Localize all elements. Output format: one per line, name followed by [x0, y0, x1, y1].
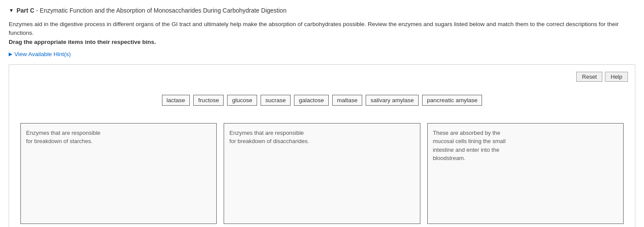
- instructions-line2: Drag the appropriate items into their re…: [9, 39, 156, 45]
- activity-container: Reset Help lactase fructose glucose sucr…: [9, 64, 635, 227]
- hint-label: View Available Hint(s): [14, 51, 71, 57]
- help-button[interactable]: Help: [605, 72, 628, 82]
- part-header: ▼ Part C - Enzymatic Function and the Ab…: [9, 7, 635, 14]
- bin-disaccharides[interactable]: Enzymes that are responsible for breakdo…: [224, 123, 420, 224]
- drag-items-area: lactase fructose glucose sucrase galacto…: [16, 95, 628, 106]
- hint-link[interactable]: ▶ View Available Hint(s): [9, 51, 635, 57]
- bin-absorbed-label-line1: These are absorbed by the: [433, 130, 500, 136]
- hint-arrow-icon: ▶: [9, 51, 12, 57]
- bin-absorbed-label-line4: bloodstream.: [433, 155, 466, 161]
- page-container: ▼ Part C - Enzymatic Function and the Ab…: [0, 0, 644, 227]
- drag-item-fructose[interactable]: fructose: [193, 95, 224, 106]
- part-title-container: Part C - Enzymatic Function and the Abso…: [17, 7, 287, 14]
- collapse-arrow-icon[interactable]: ▼: [9, 7, 14, 13]
- reset-button[interactable]: Reset: [576, 72, 602, 82]
- drag-item-glucose[interactable]: glucose: [227, 95, 257, 106]
- part-label: Part C: [17, 7, 34, 14]
- bins-container: Enzymes that are responsible for breakdo…: [16, 123, 628, 224]
- bin-absorbed-label-line2: mucosal cells lining the small: [433, 138, 506, 144]
- drag-item-lactase[interactable]: lactase: [162, 95, 190, 106]
- bin-disaccharides-label: Enzymes that are responsible for breakdo…: [229, 129, 414, 146]
- bin-disaccharides-label-line1: Enzymes that are responsible: [229, 130, 304, 136]
- bin-absorbed-drop-area[interactable]: [433, 166, 618, 218]
- drag-item-pancreatic-amylase[interactable]: pancreatic amylase: [422, 95, 482, 106]
- instructions-line1: Enzymes aid in the digestive process in …: [9, 21, 618, 36]
- drag-item-maltase[interactable]: maltase: [332, 95, 362, 106]
- drag-item-salivary-amylase[interactable]: salivary amylase: [366, 95, 419, 106]
- bin-absorbed-label-line3: intestine and enter into the: [433, 147, 499, 153]
- bin-disaccharides-drop-area[interactable]: [229, 149, 414, 201]
- bin-starches-label: Enzymes that are responsible for breakdo…: [26, 129, 211, 146]
- bin-absorbed[interactable]: These are absorbed by the mucosal cells …: [427, 123, 624, 224]
- instructions-text: Enzymes aid in the digestive process in …: [9, 20, 635, 47]
- bin-absorbed-label: These are absorbed by the mucosal cells …: [433, 129, 618, 163]
- drag-item-galactose[interactable]: galactose: [294, 95, 329, 106]
- drag-item-sucrase[interactable]: sucrase: [261, 95, 291, 106]
- toolbar: Reset Help: [16, 72, 628, 82]
- part-title-text: Enzymatic Function and the Absorption of…: [40, 7, 287, 14]
- part-dash: -: [34, 7, 40, 14]
- bin-starches-label-line1: Enzymes that are responsible: [26, 130, 100, 136]
- bin-starches-drop-area[interactable]: [26, 149, 211, 201]
- bin-starches[interactable]: Enzymes that are responsible for breakdo…: [20, 123, 217, 224]
- bin-starches-label-line2: for breakdown of starches.: [26, 138, 92, 144]
- bin-disaccharides-label-line2: for breakdown of disaccharides.: [229, 138, 309, 144]
